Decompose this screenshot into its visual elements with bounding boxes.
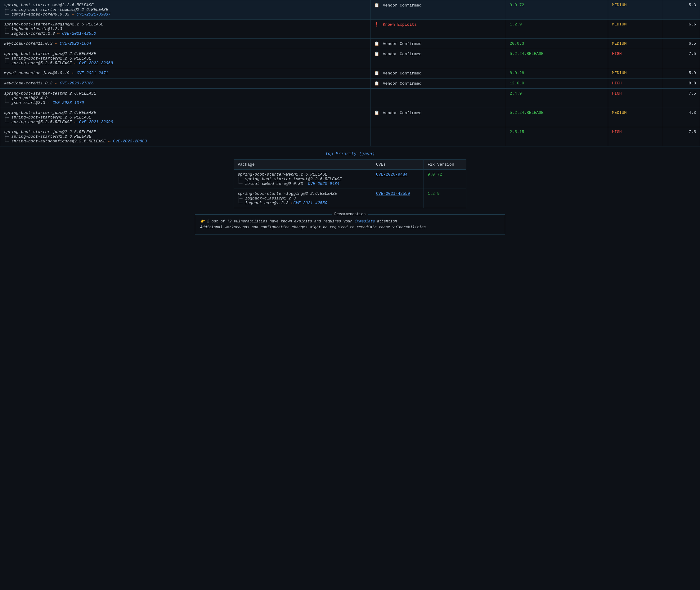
cve-link[interactable]: CVE-2021-42550 xyxy=(62,31,96,36)
package-cell: spring-boot-starter-jdbc@2.2.6.RELEASE├─… xyxy=(0,49,370,68)
score-cell: 5.3 xyxy=(663,0,700,19)
status-text: Vendor Confirmed xyxy=(380,71,422,76)
score-cell: 7.5 xyxy=(663,89,700,108)
top-priority-table: Package CVEs Fix Version spring-boot-sta… xyxy=(234,160,466,208)
priority-cve-cell: CVE-2020-9484 xyxy=(372,170,424,189)
pkg-name: logback-classic@1.2.3 xyxy=(11,27,62,31)
status-cell xyxy=(370,89,506,108)
rec-icon: 👉 xyxy=(200,219,205,224)
arrow-icon: ← xyxy=(108,139,110,143)
pkg-name: spring-boot-starter-jdbc@2.2.6.RELEASE xyxy=(4,110,96,115)
priority-fix-version-cell: 9.0.72 xyxy=(424,170,466,189)
fix-version-cell: 8.0.28 xyxy=(506,68,608,79)
fix-version-cell: 2.5.15 xyxy=(506,127,608,146)
cve-link[interactable]: CVE-2021-22096 xyxy=(79,120,113,124)
package-cell: spring-boot-starter-jdbc@2.2.6.RELEASE├─… xyxy=(0,127,370,146)
cve-link[interactable]: CVE-2023-1664 xyxy=(60,41,91,46)
cve-link[interactable]: CVE-2020-9484 xyxy=(376,172,408,177)
col-header-fix-version: Fix Version xyxy=(424,160,466,170)
recommendation-text: 👉 2 out of 72 vulnerabilities have known… xyxy=(200,218,500,230)
severity-badge: HIGH xyxy=(612,91,621,96)
pkg-name: spring-boot-starter-logging@2.2.6.RELEAS… xyxy=(4,22,103,27)
severity-cell: MEDIUM xyxy=(608,0,663,19)
table-row: spring-boot-starter-jdbc@2.2.6.RELEASE├─… xyxy=(0,108,700,127)
top-priority-title: Top Priority (java) xyxy=(0,146,700,160)
cve-link[interactable]: CVE-2023-1370 xyxy=(53,100,84,105)
pkg-name: spring-boot-autoconfigure@2.2.6.RELEASE xyxy=(11,139,105,143)
cve-link[interactable]: CVE-2020-27826 xyxy=(60,81,93,86)
severity-badge: HIGH xyxy=(612,52,621,56)
fix-version-cell: 9.0.72 xyxy=(506,0,608,19)
pkg-name: spring-boot-starter-jdbc@2.2.6.RELEASE xyxy=(4,52,96,56)
pkg-name: spring-boot-starter@2.2.6.RELEASE xyxy=(11,56,91,61)
priority-fix-version-cell: 1.2.9 xyxy=(424,189,466,208)
status-text: Vendor Confirmed xyxy=(380,81,422,86)
arrow-icon: ← xyxy=(58,31,60,36)
rec-text1: 2 out of 72 vulnerabilities have known e… xyxy=(207,219,354,224)
cve-link[interactable]: CVE-2021-42550 xyxy=(293,201,327,205)
cve-link[interactable]: CVE-2023-20883 xyxy=(113,139,147,143)
table-row: spring-boot-starter-jdbc@2.2.6.RELEASE├─… xyxy=(0,49,700,68)
table-row: keycloak-core@11.0.3 ← CVE-2020-27826📋 V… xyxy=(0,79,700,89)
pkg-name: spring-boot-starter@2.2.6.RELEASE xyxy=(11,115,91,120)
cve-link[interactable]: CVE-2021-33037 xyxy=(77,12,110,17)
status-text: Vendor Confirmed xyxy=(380,41,422,46)
severity-badge: HIGH xyxy=(612,81,621,86)
package-cell: mysql-connector-java@8.0.19 ← CVE-2021-2… xyxy=(0,68,370,79)
package-cell: spring-boot-starter-web@2.2.6.RELEASE├─ … xyxy=(0,0,370,19)
package-cell: spring-boot-starter-jdbc@2.2.6.RELEASE├─… xyxy=(0,108,370,127)
vendor-icon: 📋 xyxy=(374,111,379,115)
pkg-name: json-path@2.4.0 xyxy=(11,96,48,100)
priority-cve-cell: CVE-2021-42550 xyxy=(372,189,424,208)
priority-package-cell: spring-boot-starter-web@2.2.6.RELEASE├─ … xyxy=(234,170,372,189)
package-cell: keycloak-core@11.0.3 ← CVE-2023-1664 xyxy=(0,39,370,49)
package-cell: keycloak-core@11.0.3 ← CVE-2020-27826 xyxy=(0,79,370,89)
col-header-package: Package xyxy=(234,160,372,170)
severity-badge: HIGH xyxy=(612,130,621,134)
pkg-name: json-smart@2.3 xyxy=(11,100,45,105)
score-cell: 7.5 xyxy=(663,127,700,146)
status-text: Vendor Confirmed xyxy=(380,111,422,115)
arrow-icon: ← xyxy=(72,12,74,17)
status-text: Vendor Confirmed xyxy=(380,52,422,57)
pkg-name: spring-boot-starter-test@2.2.6.RELEASE xyxy=(4,91,96,96)
fix-version-cell: 5.2.24.RELEASE xyxy=(506,49,608,68)
table-row: spring-boot-starter-logging@2.2.6.RELEAS… xyxy=(0,19,700,39)
arrow-icon: ← xyxy=(72,71,74,75)
score-cell: 8.8 xyxy=(663,79,700,89)
pkg-name: logback-core@1.2.3 xyxy=(11,31,55,36)
pkg-name: spring-core@5.2.5.RELEASE xyxy=(11,61,72,66)
fix-version-cell: 2.4.9 xyxy=(506,89,608,108)
arrow-icon: ← xyxy=(55,81,58,86)
priority-row: spring-boot-starter-logging@2.2.6.RELEAS… xyxy=(234,189,466,208)
cve-link[interactable]: CVE-2021-2471 xyxy=(77,71,108,75)
pkg-name: mysql-connector-java@8.0.19 xyxy=(4,71,70,75)
pkg-name: tomcat-embed-core@9.0.33 xyxy=(245,182,303,186)
severity-cell: HIGH xyxy=(608,79,663,89)
cve-link[interactable]: CVE-2020-9484 xyxy=(308,182,339,186)
score-cell: 6.5 xyxy=(663,39,700,49)
pkg-name: keycloak-core@11.0.3 xyxy=(4,41,53,46)
vendor-icon: 📋 xyxy=(374,3,379,8)
severity-cell: HIGH xyxy=(608,127,663,146)
package-cell: spring-boot-starter-test@2.2.6.RELEASE├─… xyxy=(0,89,370,108)
status-cell: 📋 Vendor Confirmed xyxy=(370,39,506,49)
severity-badge: MEDIUM xyxy=(612,41,626,46)
vendor-icon: 📋 xyxy=(374,81,379,86)
arrow-icon: ← xyxy=(74,61,77,66)
pkg-name: logback-core@1.2.3 xyxy=(245,201,288,205)
severity-badge: MEDIUM xyxy=(612,22,626,27)
table-row: spring-boot-starter-test@2.2.6.RELEASE├─… xyxy=(0,89,700,108)
arrow-icon: ← xyxy=(48,100,50,105)
fix-version-cell: 12.0.0 xyxy=(506,79,608,89)
status-cell: ❗ Known Exploits xyxy=(370,19,506,39)
status-cell: 📋 Vendor Confirmed xyxy=(370,0,506,19)
priority-row: spring-boot-starter-web@2.2.6.RELEASE├─ … xyxy=(234,170,466,189)
package-cell: spring-boot-starter-logging@2.2.6.RELEAS… xyxy=(0,19,370,39)
cve-link[interactable]: CVE-2021-42550 xyxy=(376,191,410,196)
severity-cell: HIGH xyxy=(608,89,663,108)
fix-version-cell: 20.0.3 xyxy=(506,39,608,49)
cve-link[interactable]: CVE-2022-22968 xyxy=(79,61,113,66)
arrow-icon: ← xyxy=(55,41,58,46)
table-row: mysql-connector-java@8.0.19 ← CVE-2021-2… xyxy=(0,68,700,79)
